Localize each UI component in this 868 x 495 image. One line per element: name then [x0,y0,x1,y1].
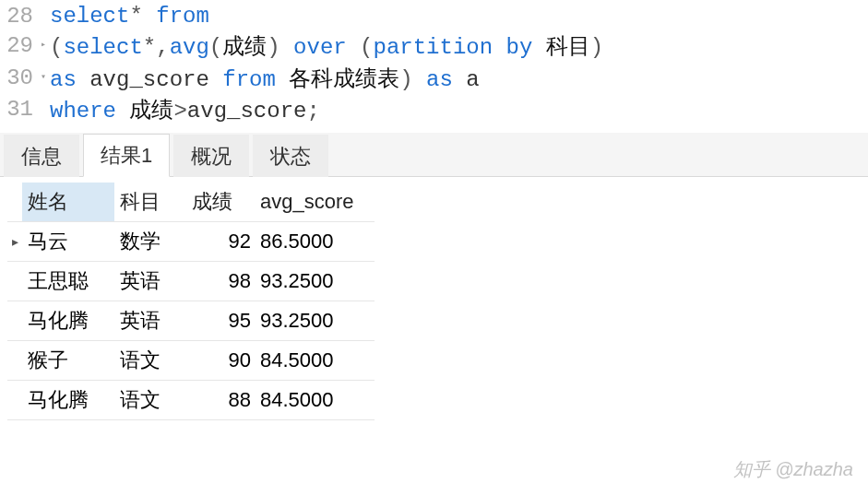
row-marker [7,340,22,380]
cell-score[interactable]: 88 [186,380,255,419]
cell-subject[interactable]: 语文 [114,380,186,419]
cell-subject[interactable]: 数学 [114,221,186,261]
cell-avg[interactable]: 84.5000 [255,380,375,419]
code-content[interactable]: (select*,avg(成绩) over (partition by 科目) [50,31,868,63]
cell-name[interactable]: 马化腾 [22,380,114,419]
result-tabs: 信息结果1概况状态 [0,133,868,177]
cell-name[interactable]: 马云 [22,221,114,261]
sql-editor[interactable]: 28select* from29▸(select*,avg(成绩) over (… [0,0,868,133]
cell-subject[interactable]: 英语 [114,261,186,301]
tab-status[interactable]: 状态 [253,135,328,177]
result-table[interactable]: 姓名科目成绩avg_score ▸马云数学9286.5000王思聪英语9893.… [7,183,375,420]
row-marker [7,380,22,419]
watermark: 知乎 @zhazha [733,457,853,482]
cell-avg[interactable]: 84.5000 [255,340,375,380]
code-content[interactable]: where 成绩>avg_score; [50,95,868,126]
fold-marker [41,2,50,31]
row-marker [7,261,22,301]
row-marker-header [7,183,22,222]
editor-line[interactable]: 29▸(select*,avg(成绩) over (partition by 科… [0,31,868,63]
table-row[interactable]: 猴子语文9084.5000 [7,340,375,380]
editor-line[interactable]: 30▾as avg_score from 各科成绩表) as a [0,64,868,95]
cell-avg[interactable]: 93.2500 [255,261,375,301]
table-row[interactable]: 王思聪英语9893.2500 [7,261,375,301]
fold-marker: ▾ [41,64,50,95]
cell-name[interactable]: 马化腾 [22,301,114,340]
table-row[interactable]: 马化腾语文8884.5000 [7,380,375,419]
cell-score[interactable]: 92 [186,221,255,261]
col-header-name[interactable]: 姓名 [22,183,114,222]
cell-name[interactable]: 猴子 [22,340,114,380]
tab-result1[interactable]: 结果1 [83,134,170,177]
cell-subject[interactable]: 英语 [114,301,186,340]
cell-subject[interactable]: 语文 [114,340,186,380]
col-header-score[interactable]: 成绩 [186,183,255,222]
fold-marker [41,95,50,126]
fold-marker: ▸ [41,31,50,63]
code-content[interactable]: select* from [50,2,868,31]
cell-avg[interactable]: 93.2500 [255,301,375,340]
table-header-row: 姓名科目成绩avg_score [7,183,375,222]
cell-name[interactable]: 王思聪 [22,261,114,301]
code-content[interactable]: as avg_score from 各科成绩表) as a [50,64,868,95]
table-row[interactable]: 马化腾英语9593.2500 [7,301,375,340]
result-grid: 姓名科目成绩avg_score ▸马云数学9286.5000王思聪英语9893.… [0,177,868,420]
cell-score[interactable]: 95 [186,301,255,340]
row-marker: ▸ [7,221,22,261]
col-header-subject[interactable]: 科目 [114,183,186,222]
line-number: 30 [0,64,41,95]
line-number: 31 [0,95,41,126]
table-row[interactable]: ▸马云数学9286.5000 [7,221,375,261]
cell-score[interactable]: 90 [186,340,255,380]
line-number: 28 [0,2,41,31]
editor-line[interactable]: 28select* from [0,2,868,31]
col-header-avg[interactable]: avg_score [255,183,375,222]
line-number: 29 [0,31,41,63]
tab-profile[interactable]: 概况 [173,135,249,177]
cell-score[interactable]: 98 [186,261,255,301]
row-marker [7,301,22,340]
cell-avg[interactable]: 86.5000 [255,221,375,261]
tab-info[interactable]: 信息 [4,135,79,177]
editor-line[interactable]: 31where 成绩>avg_score; [0,95,868,126]
